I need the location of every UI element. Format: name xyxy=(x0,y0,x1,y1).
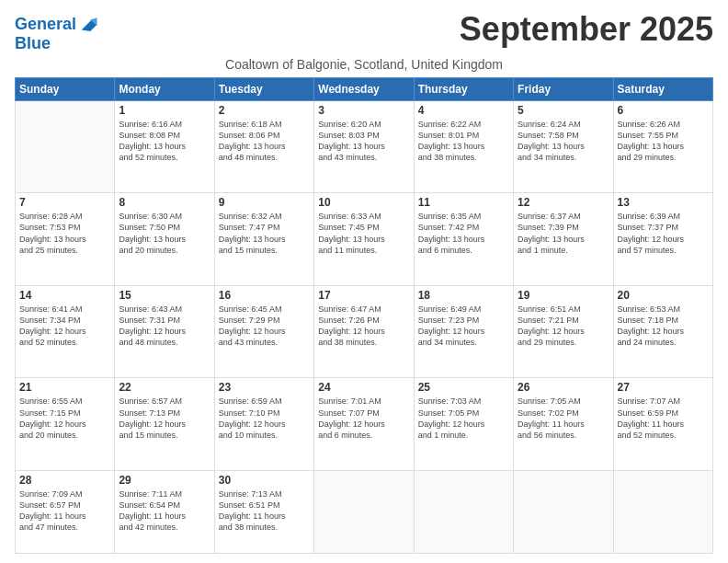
day-number: 4 xyxy=(418,104,509,117)
day-number: 21 xyxy=(19,381,110,394)
cell-content: Sunrise: 6:32 AM Sunset: 7:47 PM Dayligh… xyxy=(219,211,310,256)
table-row: 30Sunrise: 7:13 AM Sunset: 6:51 PM Dayli… xyxy=(214,470,313,553)
cell-content: Sunrise: 7:13 AM Sunset: 6:51 PM Dayligh… xyxy=(219,488,310,534)
table-row: 15Sunrise: 6:43 AM Sunset: 7:31 PM Dayli… xyxy=(115,285,214,378)
day-number: 27 xyxy=(618,381,709,394)
table-row: 1Sunrise: 6:16 AM Sunset: 8:08 PM Daylig… xyxy=(115,100,214,193)
logo: General Blue xyxy=(15,15,98,53)
table-row: 22Sunrise: 6:57 AM Sunset: 7:13 PM Dayli… xyxy=(115,378,214,471)
table-row: 3Sunrise: 6:20 AM Sunset: 8:03 PM Daylig… xyxy=(314,100,414,193)
day-number: 15 xyxy=(119,289,210,302)
calendar-table: Sunday Monday Tuesday Wednesday Thursday… xyxy=(15,77,713,554)
logo-text-line2: Blue xyxy=(15,35,98,53)
table-row: 18Sunrise: 6:49 AM Sunset: 7:23 PM Dayli… xyxy=(414,285,513,378)
day-number: 12 xyxy=(518,196,609,209)
day-number: 1 xyxy=(119,104,210,117)
table-row: 24Sunrise: 7:01 AM Sunset: 7:07 PM Dayli… xyxy=(314,378,414,471)
table-row: 16Sunrise: 6:45 AM Sunset: 7:29 PM Dayli… xyxy=(214,285,313,378)
day-number: 20 xyxy=(618,289,709,302)
cell-content: Sunrise: 6:37 AM Sunset: 7:39 PM Dayligh… xyxy=(518,211,609,256)
cell-content: Sunrise: 7:07 AM Sunset: 6:59 PM Dayligh… xyxy=(618,396,709,441)
header-wednesday: Wednesday xyxy=(314,77,414,100)
table-row: 5Sunrise: 6:24 AM Sunset: 7:58 PM Daylig… xyxy=(514,100,613,193)
table-row: 23Sunrise: 6:59 AM Sunset: 7:10 PM Dayli… xyxy=(214,378,313,471)
table-row: 2Sunrise: 6:18 AM Sunset: 8:06 PM Daylig… xyxy=(214,100,313,193)
cell-content: Sunrise: 6:33 AM Sunset: 7:45 PM Dayligh… xyxy=(318,211,409,256)
table-row xyxy=(514,470,613,553)
cell-content: Sunrise: 6:39 AM Sunset: 7:37 PM Dayligh… xyxy=(618,211,709,256)
day-number: 14 xyxy=(19,289,110,302)
cell-content: Sunrise: 6:16 AM Sunset: 8:08 PM Dayligh… xyxy=(119,119,210,164)
day-number: 23 xyxy=(219,381,310,394)
cell-content: Sunrise: 6:53 AM Sunset: 7:18 PM Dayligh… xyxy=(618,304,709,349)
header-saturday: Saturday xyxy=(613,77,712,100)
cell-content: Sunrise: 7:09 AM Sunset: 6:57 PM Dayligh… xyxy=(19,488,110,534)
header-sunday: Sunday xyxy=(16,77,115,100)
cell-content: Sunrise: 6:43 AM Sunset: 7:31 PM Dayligh… xyxy=(119,304,210,349)
table-row: 27Sunrise: 7:07 AM Sunset: 6:59 PM Dayli… xyxy=(613,378,712,471)
day-number: 10 xyxy=(318,196,409,209)
table-row: 19Sunrise: 6:51 AM Sunset: 7:21 PM Dayli… xyxy=(514,285,613,378)
logo-text-line1: General xyxy=(15,16,76,34)
day-number: 13 xyxy=(618,196,709,209)
day-number: 28 xyxy=(19,474,110,487)
cell-content: Sunrise: 6:49 AM Sunset: 7:23 PM Dayligh… xyxy=(418,304,509,349)
header-thursday: Thursday xyxy=(414,77,513,100)
day-number: 11 xyxy=(418,196,509,209)
day-number: 26 xyxy=(518,381,609,394)
day-number: 7 xyxy=(19,196,110,209)
cell-content: Sunrise: 6:51 AM Sunset: 7:21 PM Dayligh… xyxy=(518,304,609,349)
cell-content: Sunrise: 7:05 AM Sunset: 7:02 PM Dayligh… xyxy=(518,396,609,441)
day-number: 3 xyxy=(318,104,409,117)
cell-content: Sunrise: 6:35 AM Sunset: 7:42 PM Dayligh… xyxy=(418,211,509,256)
table-row: 8Sunrise: 6:30 AM Sunset: 7:50 PM Daylig… xyxy=(115,193,214,286)
table-row: 4Sunrise: 6:22 AM Sunset: 8:01 PM Daylig… xyxy=(414,100,513,193)
cell-content: Sunrise: 6:26 AM Sunset: 7:55 PM Dayligh… xyxy=(618,119,709,164)
day-number: 19 xyxy=(518,289,609,302)
table-row: 9Sunrise: 6:32 AM Sunset: 7:47 PM Daylig… xyxy=(214,193,313,286)
header-monday: Monday xyxy=(115,77,214,100)
day-number: 25 xyxy=(418,381,509,394)
table-row: 26Sunrise: 7:05 AM Sunset: 7:02 PM Dayli… xyxy=(514,378,613,471)
weekday-header-row: Sunday Monday Tuesday Wednesday Thursday… xyxy=(16,77,713,100)
table-row xyxy=(613,470,712,553)
table-row: 21Sunrise: 6:55 AM Sunset: 7:15 PM Dayli… xyxy=(16,378,115,471)
header-tuesday: Tuesday xyxy=(214,77,313,100)
month-title: September 2025 xyxy=(460,11,713,48)
cell-content: Sunrise: 6:47 AM Sunset: 7:26 PM Dayligh… xyxy=(318,304,409,349)
table-row: 28Sunrise: 7:09 AM Sunset: 6:57 PM Dayli… xyxy=(16,470,115,553)
cell-content: Sunrise: 6:45 AM Sunset: 7:29 PM Dayligh… xyxy=(219,304,310,349)
table-row: 11Sunrise: 6:35 AM Sunset: 7:42 PM Dayli… xyxy=(414,193,513,286)
table-row: 29Sunrise: 7:11 AM Sunset: 6:54 PM Dayli… xyxy=(115,470,214,553)
table-row: 12Sunrise: 6:37 AM Sunset: 7:39 PM Dayli… xyxy=(514,193,613,286)
cell-content: Sunrise: 6:24 AM Sunset: 7:58 PM Dayligh… xyxy=(518,119,609,164)
cell-content: Sunrise: 6:28 AM Sunset: 7:53 PM Dayligh… xyxy=(19,211,110,256)
table-row: 25Sunrise: 7:03 AM Sunset: 7:05 PM Dayli… xyxy=(414,378,513,471)
cell-content: Sunrise: 6:57 AM Sunset: 7:13 PM Dayligh… xyxy=(119,396,210,441)
logo-icon xyxy=(78,15,98,35)
cell-content: Sunrise: 6:22 AM Sunset: 8:01 PM Dayligh… xyxy=(418,119,509,164)
table-row xyxy=(414,470,513,553)
day-number: 30 xyxy=(219,474,310,487)
table-row: 14Sunrise: 6:41 AM Sunset: 7:34 PM Dayli… xyxy=(16,285,115,378)
cell-content: Sunrise: 6:30 AM Sunset: 7:50 PM Dayligh… xyxy=(119,211,210,256)
day-number: 8 xyxy=(119,196,210,209)
location: Coaltown of Balgonie, Scotland, United K… xyxy=(15,57,713,72)
header-friday: Friday xyxy=(514,77,613,100)
cell-content: Sunrise: 7:11 AM Sunset: 6:54 PM Dayligh… xyxy=(119,488,210,534)
table-row: 20Sunrise: 6:53 AM Sunset: 7:18 PM Dayli… xyxy=(613,285,712,378)
day-number: 17 xyxy=(318,289,409,302)
day-number: 16 xyxy=(219,289,310,302)
day-number: 2 xyxy=(219,104,310,117)
header: General Blue September 2025 xyxy=(15,11,713,53)
table-row: 10Sunrise: 6:33 AM Sunset: 7:45 PM Dayli… xyxy=(314,193,414,286)
day-number: 24 xyxy=(318,381,409,394)
title-block: September 2025 xyxy=(460,11,713,48)
day-number: 29 xyxy=(119,474,210,487)
table-row xyxy=(16,100,115,193)
day-number: 9 xyxy=(219,196,310,209)
cell-content: Sunrise: 6:20 AM Sunset: 8:03 PM Dayligh… xyxy=(318,119,409,164)
table-row: 6Sunrise: 6:26 AM Sunset: 7:55 PM Daylig… xyxy=(613,100,712,193)
table-row: 17Sunrise: 6:47 AM Sunset: 7:26 PM Dayli… xyxy=(314,285,414,378)
cell-content: Sunrise: 7:01 AM Sunset: 7:07 PM Dayligh… xyxy=(318,396,409,441)
